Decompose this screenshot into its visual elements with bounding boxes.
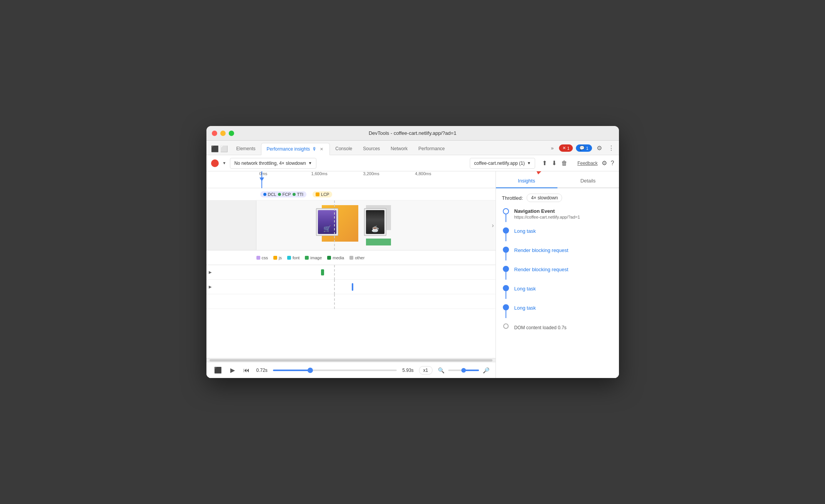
main-content: 0ms 1,600ms 3,200ms 4,800ms DCL FCP bbox=[206, 171, 619, 378]
right-panel: Insights Details Throttled: 4× slowdown bbox=[496, 171, 619, 378]
speed-selector[interactable]: x1 bbox=[419, 366, 432, 375]
left-panel bbox=[206, 201, 256, 250]
tab-close-button[interactable]: ✕ bbox=[319, 146, 324, 153]
rb2-line bbox=[506, 272, 506, 280]
throttle-value: 4× slowdown bbox=[527, 194, 562, 202]
time-marker-0ms: 0ms bbox=[259, 171, 268, 176]
cursor-icon[interactable]: ⬛ bbox=[211, 145, 219, 153]
minimize-button[interactable] bbox=[220, 131, 226, 136]
right-tab-bar: Insights Details bbox=[496, 171, 619, 188]
zoom-slider[interactable] bbox=[448, 370, 479, 371]
more-menu-button[interactable]: ⋮ bbox=[607, 143, 616, 153]
lt3-circle bbox=[503, 304, 509, 310]
caption-icon[interactable]: ⬛ bbox=[213, 365, 223, 375]
devtools-window: DevTools - coffee-cart.netlify.app/?ad=1… bbox=[206, 126, 619, 378]
resource-bar-green bbox=[321, 269, 324, 275]
media-label: media bbox=[333, 255, 344, 260]
tab-elements[interactable]: Elements bbox=[231, 143, 261, 155]
inspect-icon[interactable]: ⬜ bbox=[220, 145, 228, 153]
feedback-link[interactable]: Feedback bbox=[577, 161, 598, 166]
resource-row-2: ▶ bbox=[206, 280, 496, 294]
help-icon[interactable]: ? bbox=[611, 160, 614, 167]
render-block-1-entry: Render blocking request bbox=[502, 247, 613, 260]
tab-list: ⬛ ⬜ Elements Performance insights 🎙 ✕ Co… bbox=[210, 143, 549, 155]
window-title: DevTools - coffee-cart.netlify.app/?ad=1 bbox=[369, 130, 456, 136]
zoom-out-icon[interactable]: 🔍 bbox=[438, 367, 444, 373]
fcp-label: FCP bbox=[283, 192, 291, 197]
zoom-in-icon[interactable]: 🔎 bbox=[483, 367, 489, 373]
lt1-content: Long task bbox=[514, 227, 613, 234]
error-badge: ✕ 1 bbox=[559, 144, 573, 152]
throttle-dropdown[interactable]: No network throttling, 4× slowdown ▼ bbox=[230, 158, 316, 169]
resource-row-3 bbox=[206, 294, 496, 309]
record-dropdown-arrow[interactable]: ▼ bbox=[223, 161, 226, 165]
legend-font: font bbox=[287, 255, 299, 260]
dom-content: DOM content loaded 0.7s bbox=[514, 323, 613, 330]
image-dot bbox=[305, 256, 309, 260]
row1-dashed bbox=[334, 265, 335, 280]
tab-sources-label: Sources bbox=[363, 146, 380, 151]
skip-start-button[interactable]: ⏮ bbox=[242, 365, 251, 375]
tab-performance-insights[interactable]: Performance insights 🎙 ✕ bbox=[261, 143, 330, 155]
tab-performance-label: Performance bbox=[418, 146, 445, 151]
nav-circle bbox=[503, 208, 509, 214]
panel-settings-icon[interactable]: ⚙ bbox=[602, 159, 607, 167]
record-button[interactable] bbox=[211, 159, 219, 167]
filmstrip-content: 🛒 ☕ › bbox=[256, 201, 496, 250]
row2-dashed bbox=[334, 280, 335, 294]
lt2-content: Long task bbox=[514, 285, 613, 292]
tab-sources[interactable]: Sources bbox=[358, 143, 385, 155]
tab-bar: ⬛ ⬜ Elements Performance insights 🎙 ✕ Co… bbox=[206, 141, 619, 155]
speed-value: x1 bbox=[423, 368, 428, 373]
long-task-1-entry: Long task bbox=[502, 227, 613, 241]
upload-icon[interactable]: ⬆ bbox=[542, 159, 547, 167]
resource-row-1: ▶ bbox=[206, 265, 496, 280]
delete-icon[interactable]: 🗑 bbox=[561, 160, 567, 167]
lt2-line bbox=[506, 291, 506, 299]
dashed-line bbox=[334, 201, 335, 250]
time-end: 5.93s bbox=[402, 368, 413, 373]
tab-console[interactable]: Console bbox=[330, 143, 358, 155]
dom-circle bbox=[503, 323, 509, 329]
long-task-1-link[interactable]: Long task bbox=[514, 228, 536, 234]
horizontal-scrollbar[interactable] bbox=[206, 358, 496, 362]
tab-elements-label: Elements bbox=[236, 146, 256, 151]
url-dropdown[interactable]: coffee-cart.netlify.app (1) ▼ bbox=[470, 158, 535, 169]
render-blocking-1-link[interactable]: Render blocking request bbox=[514, 247, 569, 253]
legend-css: css bbox=[256, 255, 268, 260]
tab-performance[interactable]: Performance bbox=[413, 143, 450, 155]
css-label: css bbox=[262, 255, 268, 260]
tab-insights[interactable]: Insights bbox=[496, 174, 557, 188]
settings-button[interactable]: ⚙ bbox=[595, 143, 604, 153]
long-task-3-entry: Long task bbox=[502, 304, 613, 318]
rb2-connector bbox=[502, 266, 510, 280]
tti-dot bbox=[293, 193, 296, 196]
tab-network[interactable]: Network bbox=[385, 143, 413, 155]
toolbar: ▼ No network throttling, 4× slowdown ▼ c… bbox=[206, 155, 619, 171]
rb2-content: Render blocking request bbox=[514, 266, 613, 273]
row-2-expand[interactable]: ▶ bbox=[206, 280, 214, 294]
row-1-expand[interactable]: ▶ bbox=[206, 265, 214, 280]
play-button[interactable]: ▶ bbox=[229, 365, 236, 375]
maximize-button[interactable] bbox=[229, 131, 234, 136]
render-blocking-2-link[interactable]: Render blocking request bbox=[514, 267, 569, 272]
close-button[interactable] bbox=[212, 131, 217, 136]
long-task-3-link[interactable]: Long task bbox=[514, 305, 536, 311]
expand-panel-button[interactable]: › bbox=[492, 222, 494, 229]
rb2-circle bbox=[503, 266, 509, 272]
screenshot-thumb-1[interactable]: 🛒 bbox=[316, 208, 338, 236]
error-count: 1 bbox=[567, 146, 569, 151]
image-label: image bbox=[310, 255, 322, 260]
rb1-circle bbox=[503, 247, 509, 253]
playback-slider[interactable] bbox=[273, 370, 397, 371]
time-start: 0.72s bbox=[256, 368, 268, 373]
js-label: js bbox=[279, 255, 282, 260]
tab-details[interactable]: Details bbox=[557, 174, 619, 188]
download-icon[interactable]: ⬇ bbox=[552, 159, 557, 167]
resource-rows: ▶ ▶ bbox=[206, 265, 496, 358]
milestone-bar: DCL FCP TTI LCP bbox=[206, 188, 496, 201]
long-task-2-link[interactable]: Long task bbox=[514, 286, 536, 292]
more-tabs-button[interactable]: » bbox=[549, 144, 556, 153]
screenshot-thumb-2[interactable]: ☕ bbox=[364, 208, 386, 236]
lt1-circle bbox=[503, 227, 509, 234]
